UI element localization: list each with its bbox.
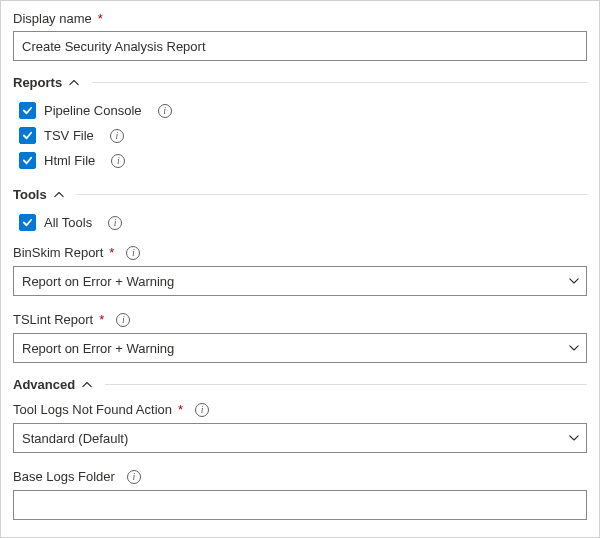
- checkbox-label: TSV File: [44, 128, 94, 143]
- info-icon[interactable]: [127, 470, 141, 484]
- binskim-select[interactable]: Report on Error + Warning: [13, 266, 587, 296]
- binskim-select-wrap: Report on Error + Warning: [13, 266, 587, 296]
- required-mark: *: [178, 402, 183, 417]
- checkbox-tsv-file[interactable]: [19, 127, 36, 144]
- reports-section-header[interactable]: Reports: [13, 75, 587, 90]
- tslint-select-wrap: Report on Error + Warning: [13, 333, 587, 363]
- chevron-up-icon: [68, 77, 80, 89]
- tslint-label: TSLint Report *: [13, 312, 587, 327]
- binskim-label: BinSkim Report *: [13, 245, 587, 260]
- checkbox-all-tools[interactable]: [19, 214, 36, 231]
- advanced-section-header[interactable]: Advanced: [13, 377, 587, 392]
- reports-item-tsv-file: TSV File: [13, 123, 587, 148]
- tslint-select-value: Report on Error + Warning: [22, 341, 174, 356]
- info-icon[interactable]: [110, 129, 124, 143]
- checkbox-label: All Tools: [44, 215, 92, 230]
- info-icon[interactable]: [158, 104, 172, 118]
- tools-item-all-tools: All Tools: [13, 210, 587, 235]
- not-found-select-value: Standard (Default): [22, 431, 128, 446]
- section-divider: [77, 194, 587, 195]
- reports-item-pipeline-console: Pipeline Console: [13, 98, 587, 123]
- binskim-select-value: Report on Error + Warning: [22, 274, 174, 289]
- not-found-label: Tool Logs Not Found Action *: [13, 402, 587, 417]
- checkbox-pipeline-console[interactable]: [19, 102, 36, 119]
- display-name-label-text: Display name: [13, 11, 92, 26]
- required-mark: *: [109, 245, 114, 260]
- base-logs-label-text: Base Logs Folder: [13, 469, 115, 484]
- checkbox-label: Pipeline Console: [44, 103, 142, 118]
- binskim-label-text: BinSkim Report: [13, 245, 103, 260]
- section-divider: [92, 82, 587, 83]
- info-icon[interactable]: [116, 313, 130, 327]
- checkbox-label: Html File: [44, 153, 95, 168]
- chevron-up-icon: [53, 189, 65, 201]
- tools-section-title: Tools: [13, 187, 47, 202]
- checkbox-html-file[interactable]: [19, 152, 36, 169]
- display-name-label: Display name *: [13, 11, 587, 26]
- reports-section-title: Reports: [13, 75, 62, 90]
- not-found-select[interactable]: Standard (Default): [13, 423, 587, 453]
- task-config-panel: Display name * Reports Pipeline Console …: [0, 0, 600, 538]
- section-divider: [105, 384, 587, 385]
- info-icon[interactable]: [195, 403, 209, 417]
- advanced-section-title: Advanced: [13, 377, 75, 392]
- info-icon[interactable]: [111, 154, 125, 168]
- tslint-select[interactable]: Report on Error + Warning: [13, 333, 587, 363]
- chevron-up-icon: [81, 379, 93, 391]
- base-logs-label: Base Logs Folder: [13, 469, 587, 484]
- reports-item-html-file: Html File: [13, 148, 587, 173]
- tslint-label-text: TSLint Report: [13, 312, 93, 327]
- required-mark: *: [99, 312, 104, 327]
- not-found-label-text: Tool Logs Not Found Action: [13, 402, 172, 417]
- info-icon[interactable]: [126, 246, 140, 260]
- not-found-select-wrap: Standard (Default): [13, 423, 587, 453]
- base-logs-input[interactable]: [13, 490, 587, 520]
- required-mark: *: [98, 11, 103, 26]
- display-name-input[interactable]: [13, 31, 587, 61]
- tools-section-header[interactable]: Tools: [13, 187, 587, 202]
- info-icon[interactable]: [108, 216, 122, 230]
